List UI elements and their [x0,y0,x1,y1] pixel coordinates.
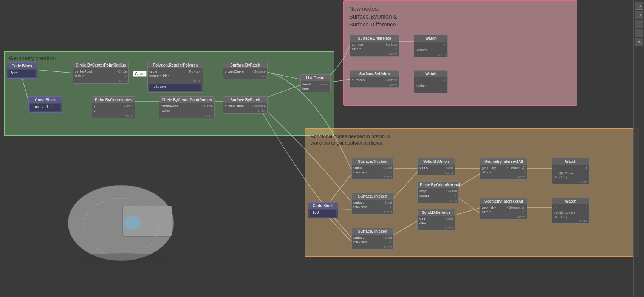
svg-point-28 [74,253,172,265]
watch-1-header: Watch [414,35,447,42]
surface-by-patch-1-header: Surface.ByPatch [223,62,267,68]
code-block-3-header: Code Block [308,203,338,209]
point-by-coords-header: Point.ByCoordinates [92,97,135,103]
watch-2-header: Watch [414,71,447,77]
watch-4-header: Watch [552,198,589,204]
polygon-regular-header: Polygon.RegularPolygon [148,62,203,68]
surface-thicken-3-header: Surface.Thicken [352,228,393,235]
code-block-1-node[interactable]: Code Block 500; [7,62,37,79]
surface-thicken-2-header: Surface.Thicken [352,193,393,200]
polygon-regular-node[interactable]: Polygon.RegularPolygon circle›Polygon nu… [147,62,203,93]
surface-thicken-1-header: Surface.Thicken [352,158,393,165]
surface-thicken-1-node[interactable]: Surface.Thicken surface›Solid thickness›… [351,158,394,180]
geometry-intersect-2-node[interactable]: Geometry.IntersectAll geometry›Geometry[… [480,198,527,220]
3d-model [49,147,193,276]
svg-point-26 [124,216,141,230]
code-block-3-node[interactable]: Code Block 100; [308,202,338,218]
geometry-intersect-1-header: Geometry.IntersectAll [480,158,527,165]
watch-1-node[interactable]: Watch ›› Surface AUTO [414,35,448,57]
surface-thicken-3-node[interactable]: Surface.Thicken surface›Solid thickness›… [351,228,394,250]
geometry-intersect-2-header: Geometry.IntersectAll [480,198,527,204]
circle-by-center-1-node[interactable]: Circle.ByCenterPointRadius centerPoint›C… [73,62,129,84]
circle-by-center-2-header: Circle.ByCenterPointRadius [159,97,214,103]
plane-by-origin-header: Plane.ByOriginNormal [418,182,458,188]
point-by-coords-node[interactable]: Point.ByCoordinates x›Point y› AUTO [92,96,135,118]
zoom-minus-btn[interactable]: − [635,29,643,37]
code-block-1-header: Code Block [7,63,37,69]
3d-model-svg [49,147,193,276]
surface-by-patch-2-node[interactable]: Surface.ByPatch closedCurve›Surface AUTO [223,96,268,114]
code-block-2-node[interactable]: Code Block num / 1.1; [28,96,62,113]
code-block-2-header: Code Block [29,97,62,103]
list-create-node[interactable]: List Create item0+ -›list item1 [300,74,331,92]
surface-by-union-node[interactable]: Surface.ByUnion surfaces›Surface AUTO [350,70,399,88]
zoom-in-btn[interactable]: + [635,20,643,28]
layout-btn[interactable]: ⊟ [635,11,643,19]
code-block-3-content[interactable]: 100; [310,210,336,217]
solid-difference-header: Solid.Difference [418,209,455,216]
circle-by-center-2-node[interactable]: Circle.ByCenterPointRadius centerPoint›C… [159,96,215,118]
watch-2-node[interactable]: Watch ›› Surface AUTO [414,70,448,93]
canvas: Geometry creation New nodes:Surface.ByUn… [0,0,644,297]
code-block-2-content[interactable]: num / 1.1; [30,104,60,111]
surface-by-patch-2-header: Surface.ByPatch [223,97,267,103]
surface-difference-node[interactable]: Surface.Difference surface›Surface other… [350,35,399,57]
toolbar-right: ⊞ ⊟ + − ⊕ [633,0,644,297]
add-node-btn[interactable]: ⊕ [635,38,643,46]
solid-difference-node[interactable]: Solid.Difference solid›Solid other› AUTO [417,209,455,231]
watch-4-node[interactable]: Watch ›› List ⊞ Surface sl2 |s1 (1) AUTO [552,198,590,224]
surface-difference-header: Surface.Difference [350,35,399,42]
watch-3-node[interactable]: Watch ›› List ⊞ Surface sl2 |s1 (1) AUTO [552,158,590,184]
list-create-header: List Create [301,75,330,81]
surface-by-union-header: Surface.ByUnion [350,71,399,77]
solid-by-union-node[interactable]: Solid.ByUnion solids›Solid AUTO [417,158,455,175]
new-nodes-label: New nodes:Surface.ByUnion &Surface.Diffe… [347,3,399,30]
circle-by-center-1-header: Circle.ByCenterPointRadius [73,62,128,68]
additional-nodes-label: Additional nodes needed in previousworkf… [308,131,392,148]
code-block-1-content[interactable]: 500; [9,70,35,77]
geometry-creation-label: Geometry creation [7,53,58,63]
solid-by-union-header: Solid.ByUnion [418,158,455,165]
fit-view-btn[interactable]: ⊞ [635,2,643,10]
watch-3-header: Watch [552,158,589,165]
plane-by-origin-node[interactable]: Plane.ByOriginNormal origin›Plane normal… [417,181,459,203]
surface-by-patch-1-node[interactable]: Surface.ByPatch closedCurve›Surface AUTO [223,62,268,79]
circle-label-1: Circle [133,71,147,77]
geometry-intersect-1-node[interactable]: Geometry.IntersectAll geometry›Geometry[… [480,158,527,180]
surface-thicken-2-node[interactable]: Surface.Thicken surface›Solid thickness›… [351,193,394,215]
